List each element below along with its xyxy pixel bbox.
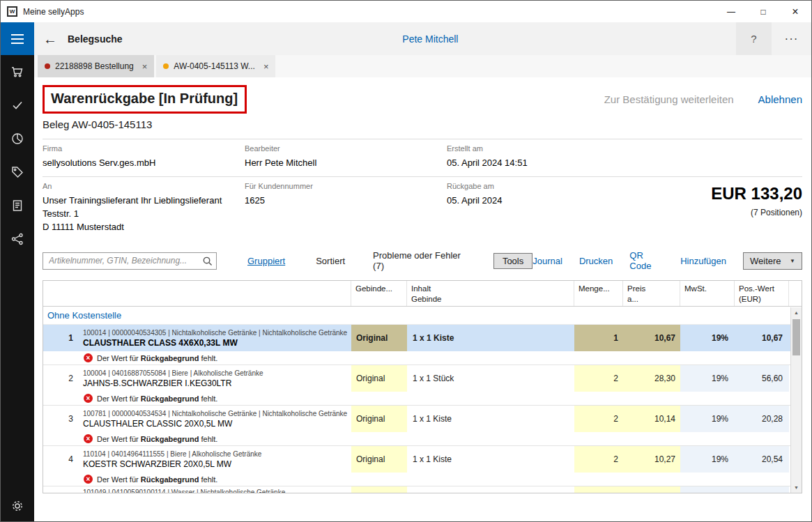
cell-mwst: 19% [680,406,735,432]
sidebar-item-statistics[interactable] [1,122,34,155]
maximize-button[interactable]: □ [747,1,779,22]
scrollbar-thumb[interactable] [792,319,800,355]
titlebar: W Meine sellyApps — □ × [1,1,811,22]
sidebar-item-settings[interactable] [1,489,34,522]
gear-icon [10,499,24,513]
table-row[interactable]: 3 100781 | 00000040534534 | Nichtalkohol… [43,406,802,432]
col-header-menge[interactable]: Menge... [574,281,623,306]
row-error: × Der Wert für Rückgabegrund fehlt. [43,432,802,446]
help-button[interactable]: ? [736,22,772,55]
row-article-name: JAHNS-B.SCHWARZBIER I.KEG30LTR [83,378,231,388]
table-row[interactable]: 1 100014 | 00000040534305 | Nichtalkohol… [43,325,802,351]
toggle-probleme[interactable]: Probleme oder Fehler (7) [373,250,471,271]
tab-bestellung[interactable]: 22188898 Bestellung × [38,55,154,77]
cart-icon [10,65,24,79]
sidebar-item-cart[interactable] [1,55,34,89]
scrollbar-track[interactable] [791,318,802,482]
sidebar-item-journal[interactable] [1,189,34,222]
col-header-gebinde[interactable]: Gebinde... [351,281,407,306]
cell-pos-wert: 20,28 [735,406,789,432]
error-text: Der Wert für Rückgabegrund fehlt. [97,354,217,362]
document-total: EUR 133,20 [711,184,802,204]
search-input[interactable] [43,252,217,270]
toggle-sortiert[interactable]: Sortiert [316,256,345,266]
tab-warenrueckgabe[interactable]: AW-0405-145113 W... × [156,55,275,77]
table-row[interactable]: 4 110104 | 04014964111555 | Biere | Alko… [43,446,802,473]
tag-icon [10,165,24,179]
pie-chart-icon [10,132,24,146]
table-row[interactable]: 101049 | 04100590100114 | Wasser | Nicht… [43,486,802,493]
menu-button[interactable] [1,22,34,55]
cell-gebinde[interactable]: Original [351,446,407,473]
weitere-button[interactable]: Weitere ▼ [743,252,802,270]
user-name[interactable]: Pete Mitchell [402,33,458,45]
cell-gebinde[interactable]: Original [351,325,407,351]
col-header-article [79,281,351,306]
drucken-link[interactable]: Drucken [579,256,613,266]
cell-menge[interactable] [574,486,623,493]
sidebar-item-tasks[interactable] [1,89,34,122]
cell-inhalt: 1 x 1 Stück [407,365,574,392]
row-number: 2 [43,365,79,392]
journal-link[interactable]: Journal [533,256,562,266]
cell-preis[interactable]: 10,27 [623,446,680,473]
col-header-mwst[interactable]: MwSt. [680,281,735,306]
back-button[interactable]: ← [43,32,57,46]
tab-status-dot-red [45,63,50,69]
tab-status-dot-orange [163,63,169,69]
window-controls: — □ × [715,1,811,22]
minimize-button[interactable]: — [715,1,747,22]
document-title: Warenrückgabe [In Prüfung] [51,90,238,107]
book-icon [10,199,24,213]
vertical-scrollbar[interactable]: ▲ ▼ [790,307,802,493]
cell-inhalt [407,486,574,493]
row-number: 4 [43,446,79,473]
col-header-wert[interactable]: Pos.-Wert(EUR) [735,281,789,306]
forward-action[interactable]: Zur Bestätigung weiterleiten [604,93,734,105]
tools-button[interactable]: Tools [493,253,533,269]
col-header-preis[interactable]: Preisa... [623,281,680,306]
share-icon [10,232,24,246]
cell-gebinde[interactable]: Original [351,365,407,392]
qr-code-link[interactable]: QR Code [629,250,664,271]
reject-action[interactable]: Ablehnen [758,93,802,105]
col-header-inhalt[interactable]: InhaltGebinde [407,281,574,306]
row-article-name: CLAUSTHALER CLASSIC 20X0,5L MW [83,419,232,429]
cell-menge[interactable]: 2 [574,406,623,432]
scroll-down-button[interactable]: ▼ [791,482,802,493]
firma-label: Firma [43,144,245,153]
cell-preis[interactable]: 28,30 [623,365,680,392]
cell-inhalt: 1 x 1 Kiste [407,446,574,473]
cell-mwst: 19% [680,446,735,473]
error-text: Der Wert für Rückgabegrund fehlt. [97,394,217,403]
search-box [43,252,217,270]
row-meta: 101049 | 04100590100114 | Wasser | Nicht… [83,489,285,493]
cell-menge[interactable]: 2 [574,365,623,392]
cell-gebinde[interactable] [351,486,407,493]
cell-preis[interactable] [623,486,680,493]
document-content: Warenrückgabe [In Prüfung] Zur Bestätigu… [34,77,811,522]
table-row[interactable]: 2 100004 | 04016887055084 | Biere | Alko… [43,365,802,392]
cell-menge[interactable]: 2 [574,446,623,473]
tab-close-icon[interactable]: × [142,61,148,72]
row-article-name: CLAUSTHALER CLASS 4X6X0,33L MW [83,338,238,348]
cell-preis[interactable]: 10,14 [623,406,680,432]
row-article-name: KOESTR SCHWARZBIER 20X0,5L MW [83,459,231,469]
cell-gebinde[interactable]: Original [351,406,407,432]
close-button[interactable]: × [779,1,811,22]
row-error: × Der Wert für Rückgabegrund fehlt. [43,392,802,406]
sidebar-item-tags[interactable] [1,155,34,189]
cell-preis[interactable]: 10,67 [623,325,680,351]
header-more-button[interactable]: ··· [772,22,811,55]
positions-toolbar: Gruppiert Sortiert Probleme oder Fehler … [43,250,802,271]
cell-pos-wert: 10,67 [735,325,789,351]
scroll-up-button[interactable]: ▲ [791,307,802,318]
erstellt-am-label: Erstellt am [447,144,802,153]
cell-menge[interactable]: 1 [574,325,623,351]
toggle-gruppiert[interactable]: Gruppiert [247,256,285,266]
hinzufuegen-link[interactable]: Hinzufügen [680,256,726,266]
sidebar-item-share[interactable] [1,222,34,256]
cell-mwst [680,486,735,493]
tab-close-icon[interactable]: × [263,61,269,72]
cell-mwst: 19% [680,365,735,392]
